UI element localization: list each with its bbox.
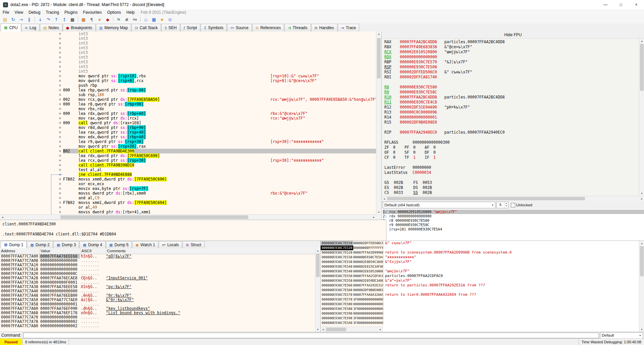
register-laststatus-value[interactable]: C0000034 [413,170,431,175]
flag-zf-value[interactable]: 0 [393,145,405,150]
stack-hscrollbar[interactable]: ◄► [321,327,383,332]
breakpoint-dot[interactable] [59,89,61,91]
stack-value[interactable]: 00007FFAA6A32669 [353,292,383,297]
breakpoint-dot[interactable] [59,66,61,68]
stack-row[interactable]: 000000E930C7E530000000E930C7E5A4"яяяяяяя… [321,255,639,260]
dump-value[interactable]: 0000000000000000 [39,315,80,320]
register-rip-value[interactable]: 00007FFAA2940EC0 [400,130,437,135]
stack-row[interactable]: 000000E930C7E5883F80000000000000 [321,306,639,311]
register-row[interactable]: R8000000E930C7E580 [382,85,639,90]
dump-row[interactable]: 00007FFAA77C7A0000007FFAA76EEE68hîn§ů.."… [0,254,315,259]
register-row[interactable]: R9000000E930C7E58C [382,90,639,95]
register-row[interactable]: R13000000C0C0000096 [382,110,639,115]
tab-dump-2[interactable]: ▦Dump 2 [27,241,53,248]
stack-value[interactable]: 000000E930C7E5A4 [353,255,383,260]
disassembly-hscrollbar[interactable]: ◄► [0,214,376,220]
tab-memory-map[interactable]: ▥Memory Map [96,24,131,31]
scroll-thumb[interactable] [640,44,644,91]
register-lasterror-value[interactable]: 00000000 [413,165,431,170]
patch-file-button[interactable]: # [123,16,130,23]
scroll-thumb[interactable] [640,246,644,276]
stack-row[interactable]: 000000E930C7E5783F80000000000000 [321,297,639,302]
breakpoint-dot[interactable] [59,94,61,96]
stack-row[interactable]: 000000E930C7E558000002E059DE3480&"а^•ўъ\… [321,278,639,283]
disasm-row[interactable]: movss dword ptr ds:[rbx+4],xmm1 [0,210,376,214]
pause-button[interactable]: ‖ [25,16,33,23]
register-row[interactable]: LastError00000000 [382,165,639,170]
unlocked-checkbox[interactable] [511,203,515,207]
breakpoint-dot[interactable] [59,75,61,77]
dump-row[interactable]: 00007FFAA77C7A580000000000000001........ [0,302,315,306]
disasm-row[interactable]: mov edx,dword ptr ss:[rbp+A0] [0,135,376,139]
stack-row[interactable]: 000000E930C7E548000002E010520800"шмjўъ\x… [321,269,639,274]
scroll-arrow[interactable]: ◄ [382,196,387,201]
dump-row[interactable]: 00007FFAA77C7A6000007FFAA76EF090.đn§ů.."… [0,306,315,311]
scroll-arrow[interactable]: ► [378,327,383,332]
menu-favourites[interactable]: Favourites [80,9,104,15]
breakpoint-dot[interactable] [59,61,61,63]
scroll-arrow[interactable]: ▲ [639,241,644,246]
stack-value[interactable]: 000002E0D59C3690 [353,260,383,264]
register-row[interactable]: RBP000000E930C7E579"&J¦ъ\x7F" [382,60,639,65]
memory-goto-button[interactable]: ▦ [150,16,158,23]
tab-breakpoints[interactable]: ●Breakpoints [63,24,96,31]
tab-references[interactable]: ⊙References [252,24,284,31]
scroll-arrow[interactable]: ▼ [639,191,644,196]
register-rax-value[interactable]: 00007FFAA2BC4DD8 [400,40,437,45]
breakpoint-dot[interactable] [59,56,61,58]
stack-row[interactable]: 000000E930C7E52800007FFAA2D9996Breturn t… [321,250,639,255]
register-rdi-value[interactable]: 000002DFFCA81740 [400,75,437,80]
dump-value[interactable]: 0000000000000000 [39,267,80,272]
dump-row[interactable]: 00007FFAA77C7A3000000000000F0001........ [0,280,315,285]
hide-fpu-button[interactable]: Hide FPU [382,31,644,39]
disasm-row[interactable]: F7B02movss xmm0,dword ptr ds:[7FFA9E50C6… [0,177,376,182]
register-row[interactable]: RDI000002DFFCA81740 [382,75,639,80]
stack-row[interactable]: 000000E930C7E52000000000FFFFFFFF [321,246,639,250]
segment-ds-value[interactable]: 002B [423,185,442,190]
breakpoint-dot[interactable] [59,84,61,86]
disasm-row[interactable]: F7B02movss xmm1,dword ptr ds:[7FFA9E50C6… [0,200,376,205]
disasm-row[interactable]: movzx eax,byte ptr ss:[rsp+7F] [0,186,376,191]
stack-value[interactable]: 0000000000000000 [353,302,383,306]
stack-row[interactable]: 000000E930C7E55000007FFAA2CDFAC0particle… [321,274,639,278]
scroll-arrow[interactable]: ▼ [376,210,381,215]
scroll-arrow[interactable]: ▲ [315,248,320,253]
tab-call-stack[interactable]: ⊟Call Stack [131,24,161,31]
registers-vscrollbar[interactable]: ▲▼ [639,39,644,196]
register-row[interactable]: RFLAGS0000000000000300 [382,140,639,145]
breakpoint-dot[interactable] [59,159,61,161]
segment-gs-value[interactable]: 002B [394,180,413,185]
disasm-row[interactable]: lea r9,qword ptr ss:[rsp+30][rsp+30]:"яя… [0,139,376,144]
disasm-row[interactable]: int3 [0,69,376,74]
argument-row-3[interactable]: 3: r8 000000E930C7E580 [383,218,644,223]
disasm-row[interactable]: int3 [0,36,376,41]
breakpoint-dot[interactable] [59,178,61,180]
dump-value[interactable]: 00007FFAA76ECAE8 [39,276,80,280]
argument-count-spinner[interactable]: 5 ▲▼ [496,202,508,208]
tab-dump-3[interactable]: ▦Dump 3 [53,241,79,248]
register-r11-value[interactable]: 000000E930C7E4C8 [400,100,437,105]
breakpoint-dot[interactable] [59,136,61,138]
stack-value[interactable]: 3F80000000000000 [353,321,383,325]
step-into-button[interactable]: ↓ [37,16,44,23]
register-rbx-value[interactable]: 00007FFA9E683838 [400,45,437,50]
breakpoint-dot[interactable] [59,47,61,49]
dump-value[interactable]: 0000000000000000 [39,263,80,267]
dump-value[interactable]: 00000000000F0001 [39,280,80,285]
dump-row[interactable]: 00007FFAA77C7A2800007FFAA76ECAE8čĘn§ů.."… [0,276,315,280]
tab-dump-1[interactable]: ▦Dump 1 [1,241,26,248]
disasm-row[interactable]: lea rdx,qword ptr ds:[7FFA9E50C690] [0,153,376,158]
breakpoint-dot[interactable] [59,145,61,147]
breakpoint-dot[interactable] [59,197,61,199]
stack-row[interactable]: 000000E930C7E538000002E0D59C3690&"€хjўъ\… [321,260,639,264]
stack-row[interactable]: 000000E930C7E57000007FFAA6A32669return t… [321,292,639,297]
disasm-row[interactable]: int3 [0,60,376,64]
flag-af-value[interactable]: 0 [433,145,445,150]
breakpoint-dot[interactable] [59,169,61,171]
minimize-button[interactable]: — [598,0,613,9]
stack-value[interactable]: 000002DF0B0E08E0 [353,288,383,292]
menu-plugins[interactable]: Plugins [62,9,80,15]
register-row[interactable]: RIP00007FFAA2940EC0particles.00007FFAA29… [382,130,639,135]
stack-value[interactable]: 00007FFAA2CDFAC0 [353,274,383,278]
disasm-row[interactable]: push rbp [0,83,376,88]
